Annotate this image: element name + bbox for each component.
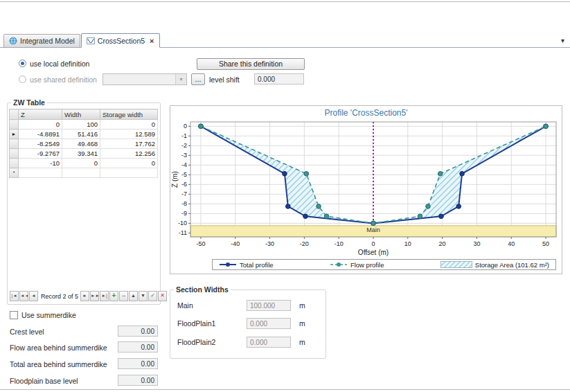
radio-use-shared-label: use shared definition	[30, 75, 97, 84]
svg-text:-7: -7	[181, 190, 187, 197]
row-selector-header	[10, 109, 19, 120]
table-row[interactable]: -9.2767 39.341 12.256	[10, 149, 158, 159]
grid-cell-storage[interactable]: 17.762	[100, 139, 158, 149]
table-row[interactable]: 0 100 0	[10, 120, 158, 130]
legend-label: Storage Area (101.62 m²)	[475, 261, 549, 269]
nav-accept-button[interactable]: ✓	[148, 291, 157, 301]
radio-use-local-definition[interactable]	[19, 60, 26, 67]
profile-chart-canvas[interactable]: Main-50-40-30-20-10010203040500-1-2-3-4-…	[171, 118, 561, 259]
storage-area-swatch-icon	[440, 261, 472, 268]
floodplain1-width-label: FloodPlain1	[177, 319, 215, 328]
main-width-unit: m	[299, 301, 305, 310]
share-definition-button[interactable]: Share this definition	[197, 58, 305, 70]
nav-cancel-button[interactable]: ✕	[158, 291, 167, 301]
nav-add-row-button[interactable]: +	[109, 291, 118, 301]
grid-cell-storage[interactable]: 12.589	[100, 130, 158, 139]
grid-cell-width[interactable]: 51.416	[62, 130, 100, 139]
nav-prev-button[interactable]: ◄	[29, 291, 38, 301]
globe-icon	[9, 37, 17, 45]
floodplain1-width-unit: m	[299, 319, 305, 328]
svg-text:-2: -2	[181, 142, 187, 149]
floodplain-base-level-label: Floodplain base level	[10, 377, 78, 385]
tab-list-chevron-icon[interactable]: ▾	[561, 37, 564, 44]
grid-cell-z[interactable]	[19, 168, 62, 178]
legend-item-flow-profile: Flow profile	[330, 261, 384, 269]
svg-text:-20: -20	[300, 240, 309, 247]
row-selector-new-icon[interactable]: *	[10, 168, 19, 178]
legend-label: Total profile	[240, 261, 274, 269]
svg-text:10: 10	[404, 240, 411, 247]
radio-use-local-label[interactable]: use local definition	[30, 60, 89, 68]
grid-cell-z[interactable]: -8.2549	[19, 139, 62, 149]
floodplain2-width-label: FloodPlain2	[177, 338, 215, 346]
svg-text:-40: -40	[231, 240, 240, 247]
row-selector[interactable]	[10, 120, 19, 130]
grid-header-row: Z Width Storage width	[10, 109, 158, 120]
floodplain1-width-input: 0.000	[247, 318, 291, 329]
nav-delete-row-button[interactable]: −	[119, 291, 128, 301]
grid-cell-storage[interactable]: 12.256	[100, 149, 158, 159]
row-selector[interactable]	[10, 149, 19, 159]
grid-cell-z[interactable]: -9.2767	[19, 149, 62, 159]
nav-next-page-button[interactable]: ►►	[90, 291, 99, 301]
tab-crosssection5[interactable]: CrossSection5 ×	[81, 33, 160, 48]
svg-text:-11: -11	[179, 229, 187, 236]
svg-text:Offset (m): Offset (m)	[358, 249, 389, 256]
grid-cell-z[interactable]: -10	[19, 159, 62, 168]
crest-level-label: Crest level	[10, 328, 44, 336]
tab-label: Integrated Model	[20, 37, 75, 45]
nav-last-button[interactable]: ►|	[100, 291, 109, 301]
tab-integrated-model[interactable]: Integrated Model	[3, 34, 80, 47]
table-row[interactable]: -10 0 0	[10, 159, 158, 168]
column-header-z[interactable]: Z	[19, 109, 62, 120]
window-top-border	[0, 1, 570, 2]
use-summerdike-checkbox[interactable]	[10, 311, 18, 319]
table-row[interactable]: -8.2549 49.468 17.762	[10, 139, 158, 149]
chart-legend: Total profile Flow profile Storage Area …	[212, 259, 556, 270]
nav-prev-page-button[interactable]: ◄◄	[19, 291, 28, 301]
grid-cell-width[interactable]	[62, 168, 100, 178]
table-row-new[interactable]: *	[10, 168, 158, 178]
table-row-current[interactable]: ► -4.8891 51.416 12.589	[10, 130, 158, 139]
grid-cell-z[interactable]: 0	[19, 120, 62, 130]
combo-dropdown-arrow-icon: ▾	[175, 74, 186, 84]
main-width-label: Main	[177, 301, 193, 310]
total-area-behind-summerdike-label: Total area behind summerdike	[10, 360, 107, 368]
nav-first-button[interactable]: |◄	[10, 291, 19, 301]
close-tab-icon[interactable]: ×	[150, 37, 154, 44]
floodplain2-width-input: 0.000	[247, 337, 291, 348]
nav-next-button[interactable]: ►	[80, 291, 89, 301]
nav-move-down-button[interactable]: ▼	[139, 291, 148, 301]
section-widths-group-title: Section Widths	[174, 285, 231, 294]
level-shift-input[interactable]: 0.000	[254, 73, 304, 84]
column-header-storage-width[interactable]: Storage width	[100, 109, 158, 120]
grid-cell-width[interactable]: 100	[62, 120, 100, 130]
grid-cell-storage[interactable]: 0	[100, 159, 158, 168]
row-selector[interactable]	[10, 139, 19, 149]
grid-cell-width[interactable]: 39.341	[62, 149, 100, 159]
row-selector-current-icon[interactable]: ►	[10, 130, 19, 139]
zw-table-grid: Z Width Storage width 0 100 0 ► -4.8891 …	[9, 109, 158, 178]
svg-text:0: 0	[184, 123, 187, 130]
main-width-input: 100.000	[247, 300, 291, 311]
row-selector[interactable]	[10, 159, 19, 168]
use-summerdike-label[interactable]: Use summerdike	[21, 311, 76, 319]
radio-use-shared-definition	[19, 75, 26, 83]
total-profile-swatch-icon	[219, 261, 237, 268]
grid-cell-storage[interactable]: 0	[100, 120, 158, 130]
level-shift-label: level shift	[209, 75, 240, 84]
grid-cell-width[interactable]: 0	[62, 159, 100, 168]
grid-cell-z[interactable]: -4.8891	[19, 130, 62, 139]
grid-cell-width[interactable]: 49.468	[62, 139, 100, 149]
flow-area-behind-summerdike-input: 0.00	[118, 341, 158, 353]
zw-table-group-title: ZW Table	[11, 98, 47, 107]
svg-text:-30: -30	[265, 240, 274, 247]
browse-shared-definition-button[interactable]: ...	[191, 73, 205, 85]
column-header-width[interactable]: Width	[62, 109, 100, 120]
legend-item-storage-area: Storage Area (101.62 m²)	[440, 261, 549, 269]
grid-cell-storage[interactable]	[100, 168, 158, 178]
crest-level-input: 0.00	[118, 326, 158, 337]
record-navigator: |◄ ◄◄ ◄ Record 2 of 5 ► ►► ►| + − ▲ ▼ ✓ …	[10, 291, 168, 301]
svg-text:-10: -10	[335, 240, 344, 247]
nav-move-up-button[interactable]: ▲	[129, 291, 138, 301]
